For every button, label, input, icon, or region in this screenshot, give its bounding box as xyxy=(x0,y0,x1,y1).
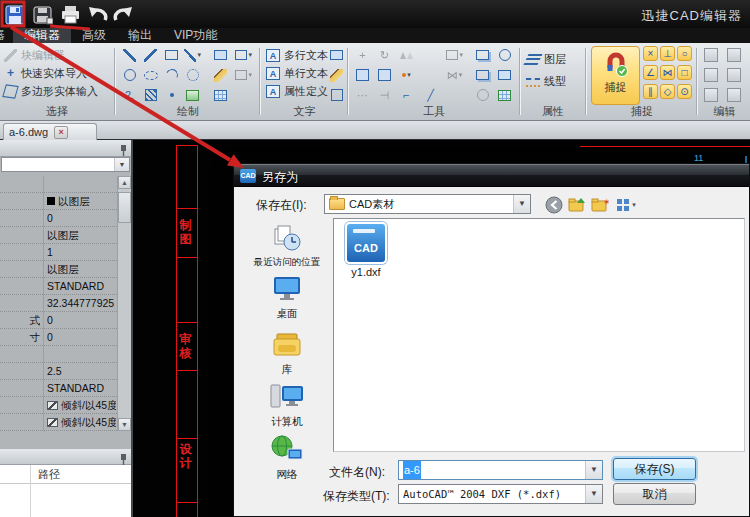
place-computer[interactable]: 计算机 xyxy=(243,382,331,429)
array-icon[interactable]: ▾ xyxy=(446,47,463,63)
linetype-button[interactable]: 线型 xyxy=(526,73,566,90)
chamfer-icon[interactable]: ╱ xyxy=(422,87,439,103)
paste-clip-icon[interactable] xyxy=(704,68,718,82)
move-icon[interactable]: + xyxy=(354,47,371,63)
revision-cloud-icon[interactable] xyxy=(184,67,201,83)
polygon-entity-input-button[interactable]: 多边形实体输入 xyxy=(4,83,98,100)
pencil-draw-icon[interactable] xyxy=(212,67,229,83)
table-export-icon[interactable] xyxy=(496,87,513,103)
up-one-level-button[interactable] xyxy=(567,195,587,215)
snap-intersection-icon[interactable]: × xyxy=(643,46,658,61)
paste-icon[interactable] xyxy=(354,67,371,83)
mirror-icon[interactable] xyxy=(398,47,415,63)
redo-button[interactable] xyxy=(111,3,135,26)
paste-special-icon[interactable] xyxy=(376,67,393,83)
rotate-ref-icon[interactable] xyxy=(496,47,513,63)
file-list[interactable]: CAD y1.dxf xyxy=(333,218,745,452)
property-row[interactable]: 32.344777925 xyxy=(0,295,117,312)
save-in-combobox[interactable]: CAD素材 ▼ xyxy=(324,194,531,214)
place-recent[interactable]: 最近访问的位置 xyxy=(243,225,331,269)
snap-angle-icon[interactable]: ∠ xyxy=(643,65,658,80)
menu-overflow[interactable]: 器 xyxy=(0,28,13,43)
export-doc-icon[interactable] xyxy=(496,67,513,83)
block-insert-icon[interactable] xyxy=(212,47,229,63)
snap-parallel-icon[interactable]: ∥ xyxy=(643,84,658,99)
undo-button[interactable] xyxy=(86,3,110,26)
snap-quadrant-icon[interactable]: ⊙ xyxy=(677,84,692,99)
erase-icon[interactable] xyxy=(727,68,741,82)
tab-output[interactable]: 输出 xyxy=(117,28,163,43)
view-menu-button[interactable]: ▾ xyxy=(613,195,639,215)
hatch-icon[interactable] xyxy=(142,87,159,103)
rotate-icon[interactable]: ↻ xyxy=(376,47,393,63)
match-prop-icon[interactable] xyxy=(474,87,491,103)
close-tab-icon[interactable]: × xyxy=(54,126,68,139)
property-row[interactable]: 式0 xyxy=(0,312,117,329)
singleline-text-button[interactable]: A 单行文本 xyxy=(266,65,328,82)
point-style-icon[interactable]: 2. xyxy=(121,87,138,103)
property-row[interactable]: 倾斜/以45度角 xyxy=(0,414,117,431)
circle-icon[interactable] xyxy=(121,67,138,83)
redo-edit-icon[interactable] xyxy=(727,88,741,102)
document-tab[interactable]: a-6.dwg × xyxy=(3,123,97,140)
property-row[interactable]: 0 xyxy=(0,210,117,227)
property-row[interactable]: 以图层 xyxy=(0,193,117,210)
select-color-icon[interactable]: ▾ xyxy=(398,67,415,83)
property-row[interactable]: 1 xyxy=(0,244,117,261)
tab-editor[interactable]: 编辑器 xyxy=(13,28,71,43)
save-as-button[interactable] xyxy=(31,3,55,26)
scroll-down-icon[interactable]: ▼ xyxy=(118,418,131,431)
multiline-text-button[interactable]: A 多行文本 xyxy=(266,47,328,64)
property-row[interactable]: 2.5 xyxy=(0,363,117,380)
scrollbar-thumb[interactable] xyxy=(118,192,131,223)
print-button[interactable] xyxy=(58,3,82,26)
polyline-icon[interactable]: ▾ xyxy=(184,47,201,63)
quick-entity-import-button[interactable]: + 快速实体导入 xyxy=(4,65,87,82)
chevron-down-icon[interactable]: ▼ xyxy=(513,195,530,213)
property-row[interactable] xyxy=(0,176,117,193)
join-icon[interactable]: ⊣ xyxy=(376,87,393,103)
place-desktop[interactable]: 桌面 xyxy=(243,275,331,321)
property-row[interactable]: 以图层 xyxy=(0,261,117,278)
snap-midpoint-icon[interactable]: ⋈ xyxy=(660,65,675,80)
copy-icon[interactable] xyxy=(704,48,718,62)
attribute-define-button[interactable]: A 属性定义 xyxy=(266,83,328,100)
copy-stack-icon[interactable] xyxy=(474,47,491,63)
property-row[interactable]: 以图层 xyxy=(0,227,117,244)
scroll-up-icon[interactable]: ▲ xyxy=(118,176,131,189)
snap-toggle-button[interactable]: 捕捉 xyxy=(591,46,640,105)
arc-icon[interactable] xyxy=(163,67,180,83)
filename-combobox[interactable]: a-6 ▼ xyxy=(398,460,603,480)
property-row[interactable]: 寸0 xyxy=(0,329,117,346)
snap-endpoint-icon[interactable]: □ xyxy=(677,65,692,80)
place-network[interactable]: 网络 xyxy=(243,435,331,482)
chevron-down-icon[interactable]: ▼ xyxy=(585,461,602,479)
snap-center-icon[interactable]: ○ xyxy=(677,46,692,61)
back-button[interactable] xyxy=(544,195,564,215)
text-scale-icon[interactable] xyxy=(328,47,345,63)
copy-object-icon[interactable]: ▾ xyxy=(235,67,252,83)
region-icon[interactable]: ▾ xyxy=(235,47,252,63)
chevron-down-icon[interactable]: ▼ xyxy=(585,485,602,503)
snap-node-icon[interactable]: ◇ xyxy=(660,84,675,99)
rectangle-icon[interactable] xyxy=(163,47,180,63)
file-item[interactable]: CAD y1.dxf xyxy=(340,222,392,278)
text-edit-icon[interactable] xyxy=(328,87,345,103)
snap-perpendicular-icon[interactable]: ⊥ xyxy=(660,46,675,61)
new-folder-button[interactable]: ✶ xyxy=(590,195,610,215)
point-icon[interactable] xyxy=(163,87,180,103)
layer-button[interactable]: 图层 xyxy=(526,51,566,68)
image-icon[interactable] xyxy=(184,87,201,103)
measure-icon[interactable]: ⋈▾ xyxy=(446,67,463,83)
entity-selector-combobox[interactable]: ▼ xyxy=(1,157,130,172)
fillet-icon[interactable]: ⌐ xyxy=(398,87,415,103)
place-libraries[interactable]: 库 xyxy=(243,332,331,377)
tab-advanced[interactable]: 高级 xyxy=(71,28,117,43)
undo-edit-icon[interactable] xyxy=(704,88,718,102)
save-button[interactable] xyxy=(3,3,27,26)
filetype-combobox[interactable]: AutoCAD™ 2004 DXF (*.dxf) ▼ xyxy=(398,484,603,504)
paths-column-header[interactable]: 路径 xyxy=(0,465,131,484)
point-divide-icon[interactable]: ⋯ xyxy=(354,87,371,103)
property-row[interactable]: STANDARD xyxy=(0,380,117,397)
text-style-icon[interactable] xyxy=(328,67,345,83)
